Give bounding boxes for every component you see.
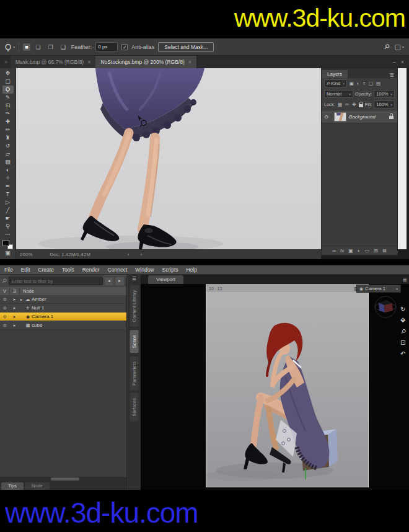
pen-tool[interactable]: ✒: [2, 182, 14, 190]
node-label[interactable]: Camera 1: [32, 314, 53, 319]
filter-shape-layers-icon[interactable]: ▢: [368, 81, 374, 86]
status-arrow-icon[interactable]: ‹: [141, 252, 143, 257]
move-tool[interactable]: ✥: [2, 69, 14, 78]
antialias-checkbox[interactable]: ✓: [121, 44, 128, 50]
layers-tab[interactable]: Layers: [322, 70, 348, 78]
dolly-zoom-tool-icon[interactable]: ⚲: [399, 328, 407, 335]
panel-menu-icon[interactable]: ≣: [402, 277, 409, 283]
ps-canvas[interactable]: [16, 68, 321, 249]
menu-create[interactable]: Create: [38, 267, 54, 273]
selectable-pointer-icon[interactable]: ➤: [10, 314, 19, 319]
tab-viewport[interactable]: Viewport: [148, 275, 183, 284]
layer-effects-icon[interactable]: fx: [340, 248, 344, 254]
blend-mode-dropdown[interactable]: Normal ▾: [324, 90, 353, 98]
quick-mask-icon[interactable]: ▣: [2, 249, 14, 257]
tab-tips[interactable]: Tips: [1, 482, 24, 490]
tab-content-library[interactable]: Content Library: [130, 285, 139, 327]
tab-scene[interactable]: Scene: [130, 330, 139, 353]
menu-help[interactable]: Help: [187, 267, 197, 273]
zoom-level-field[interactable]: 200%: [20, 252, 32, 257]
subtract-from-selection-icon[interactable]: ❐: [46, 43, 55, 51]
layer-row-background[interactable]: ⊙ Background: [322, 110, 397, 123]
zoom-tool[interactable]: ⚲: [2, 223, 14, 231]
current-tool-preset[interactable]: Ϙ ▾: [5, 43, 15, 51]
view-cube-gizmo[interactable]: [371, 292, 400, 322]
filter-type-layers-icon[interactable]: T: [362, 81, 366, 86]
healing-brush-tool[interactable]: ✚: [2, 118, 14, 126]
viewport-canvas[interactable]: 10 : 13 ▨ ♁ ◉ Camera 1 ▾: [141, 284, 409, 490]
lock-image-pixels-icon[interactable]: ✏: [345, 102, 350, 107]
type-tool[interactable]: T: [2, 190, 14, 198]
reset-view-icon[interactable]: ↶: [400, 351, 405, 357]
select-and-mask-button[interactable]: Select and Mask...: [158, 42, 214, 52]
document-tab-nostockings[interactable]: NoStockings.bmp @ 200% (RGB/8) ×: [95, 56, 196, 68]
layer-visibility-icon[interactable]: ⊙: [322, 114, 332, 120]
collapse-panel-icon[interactable]: –: [393, 59, 396, 65]
orbit-tool-icon[interactable]: ↻: [400, 306, 405, 313]
filter-smart-objects-icon[interactable]: ▤: [376, 81, 381, 86]
feather-input[interactable]: [95, 42, 118, 51]
eyedropper-tool[interactable]: ✑: [2, 110, 14, 118]
eraser-tool[interactable]: ▱: [2, 150, 14, 158]
tab-node[interactable]: Node: [25, 482, 50, 490]
workspace-switcher[interactable]: ▢ ▾: [395, 43, 404, 51]
render-view[interactable]: 10 : 13 ▨ ♁: [206, 284, 369, 487]
menu-tools[interactable]: Tools: [62, 267, 74, 273]
filter-kind-dropdown[interactable]: ⚲ Kind ▾: [324, 79, 347, 87]
visibility-eye-icon[interactable]: ⊙: [0, 306, 10, 311]
pan-tool-icon[interactable]: ✥: [400, 317, 405, 324]
opacity-field[interactable]: 100% ▾: [374, 90, 395, 98]
menu-scripts[interactable]: Scripts: [162, 267, 178, 273]
add-to-selection-icon[interactable]: ❏: [34, 43, 43, 51]
selectable-pointer-icon[interactable]: ➤: [10, 306, 19, 310]
layer-name[interactable]: Background: [349, 114, 376, 120]
intersect-selection-icon[interactable]: ❑: [59, 43, 68, 51]
menu-render[interactable]: Render: [82, 267, 100, 273]
node-label[interactable]: Null 1: [32, 305, 44, 311]
edit-toolbar-icon[interactable]: ⋯: [2, 231, 14, 239]
close-icon[interactable]: ×: [87, 59, 90, 65]
node-label[interactable]: Amber: [32, 296, 46, 302]
new-selection-icon[interactable]: ■: [23, 43, 30, 51]
crop-tool[interactable]: ⊡: [2, 102, 14, 110]
nav-forward-button[interactable]: ►: [115, 277, 124, 285]
frame-tool-icon[interactable]: ⊡: [400, 340, 405, 346]
lock-transparent-pixels-icon[interactable]: ▦: [337, 102, 343, 107]
lock-position-icon[interactable]: ✥: [351, 102, 356, 107]
panel-menu-icon[interactable]: ≣: [132, 275, 137, 282]
scene-node-null1[interactable]: ⊙ ➤ ✛ Null 1: [0, 304, 126, 313]
dodge-tool[interactable]: ✧: [2, 174, 14, 182]
fill-field[interactable]: 100% ▾: [374, 100, 395, 109]
marquee-tool[interactable]: ▢: [2, 78, 14, 86]
scene-filter-input[interactable]: [9, 277, 103, 285]
status-arrow-icon[interactable]: ›: [128, 252, 130, 257]
lasso-tool[interactable]: Ϙ: [2, 86, 14, 94]
menu-edit[interactable]: Edit: [21, 267, 30, 273]
tab-surfaces[interactable]: Surfaces: [130, 393, 139, 422]
scene-node-camera1[interactable]: ⊙ ➤ ◉ Camera 1: [0, 313, 126, 321]
selectable-pointer-icon[interactable]: ➤: [10, 297, 19, 301]
close-icon[interactable]: ×: [188, 59, 191, 65]
search-icon[interactable]: ⚲: [382, 42, 391, 51]
tab-parameters[interactable]: Parameters: [130, 357, 139, 391]
scene-node-amber[interactable]: ⊙ ➤ ▶ ☁ Amber: [0, 295, 126, 304]
lock-all-icon[interactable]: [359, 104, 363, 107]
new-group-icon[interactable]: ▭: [365, 248, 370, 254]
menu-connect[interactable]: Connect: [108, 267, 128, 273]
filter-adjustment-layers-icon[interactable]: ◐: [356, 81, 361, 86]
selectable-pointer-icon[interactable]: ➤: [10, 323, 19, 327]
brush-tool[interactable]: ✏: [2, 126, 14, 134]
document-tab-mask[interactable]: Mask.bmp @ 66.7% (RGB/8) ×: [11, 56, 95, 68]
new-layer-icon[interactable]: ⊞: [374, 248, 378, 254]
clone-stamp-tool[interactable]: ♜: [2, 134, 14, 142]
color-swatches[interactable]: [2, 240, 13, 249]
foreground-color-swatch[interactable]: [2, 240, 9, 246]
panel-menu-icon[interactable]: ≣: [386, 72, 397, 78]
scrollbar-thumb[interactable]: [51, 477, 79, 481]
visibility-eye-icon[interactable]: ⊙: [0, 323, 10, 328]
add-layer-mask-icon[interactable]: ▣: [348, 248, 353, 254]
tab-overflow-icon[interactable]: »: [1, 59, 11, 65]
menu-file[interactable]: File: [4, 267, 13, 273]
path-selection-tool[interactable]: ▷: [2, 198, 14, 206]
expand-icon[interactable]: ▶: [19, 298, 24, 301]
